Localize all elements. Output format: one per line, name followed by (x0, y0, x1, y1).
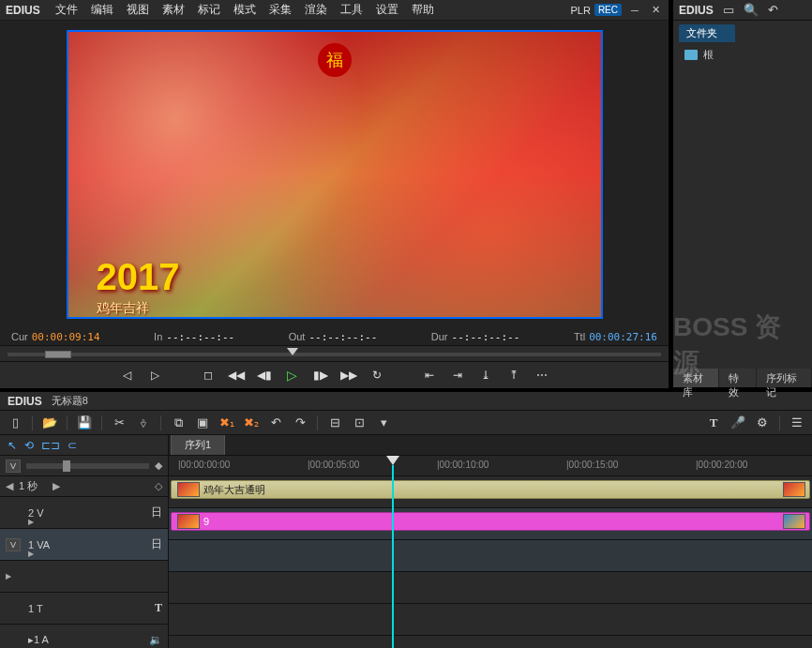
tool-link-icon[interactable]: ⊡ (350, 414, 368, 432)
bin-tree[interactable]: 根 (673, 42, 812, 369)
tc-ttl-value[interactable]: 00:00:27:16 (589, 331, 657, 343)
tool-copy-icon[interactable]: ⧉ (169, 414, 188, 432)
tool-paste-icon[interactable]: ▣ (193, 414, 212, 432)
zoom-right-icon[interactable]: ▶ (53, 480, 60, 492)
tool-undo-icon[interactable]: ↶ (266, 414, 285, 432)
expand-icon[interactable]: ▶ (6, 572, 11, 580)
stop-icon[interactable]: ◻ (199, 366, 218, 384)
clip-video[interactable]: 鸡年大吉通明 (171, 480, 810, 499)
tool-magnet-icon[interactable]: ⊂ (68, 439, 77, 452)
scale-slider[interactable] (26, 463, 149, 469)
track-lane-2a[interactable] (169, 636, 812, 648)
tc-in-value[interactable]: --:--:--:-- (166, 331, 234, 343)
tool-open-icon[interactable]: 📂 (40, 414, 59, 432)
tc-cur-value[interactable]: 00:00:09:14 (32, 331, 100, 343)
mode-rec[interactable]: REC (594, 4, 622, 16)
tool-snap-icon[interactable]: ⊏⊐ (41, 439, 60, 452)
step-back-icon[interactable]: ◀▮ (255, 366, 274, 384)
scrub-bar[interactable] (0, 345, 669, 362)
tc-dur-value[interactable]: --:--:--:-- (452, 331, 520, 343)
folder-icon[interactable]: ▭ (723, 3, 734, 17)
menu-file[interactable]: 文件 (50, 0, 83, 20)
expand-icon[interactable]: ▶ (28, 518, 34, 526)
tool-title-icon[interactable]: T (704, 414, 723, 432)
zoom-left-icon[interactable]: ◀ (6, 480, 13, 492)
menu-clip[interactable]: 素材 (157, 0, 190, 20)
set-out-icon[interactable]: ▷ (146, 366, 165, 384)
tab-seq-marker[interactable]: 序列标记 (757, 369, 812, 387)
tool-export-icon[interactable]: ☰ (788, 414, 806, 432)
overwrite-icon[interactable]: ⤒ (504, 366, 523, 384)
tool-delete-marker-icon[interactable]: ✖₁ (218, 414, 236, 432)
scale-toggle-v[interactable]: V (6, 460, 21, 473)
track-header-1t[interactable]: 1 T T (0, 593, 168, 625)
menu-capture[interactable]: 采集 (263, 0, 297, 20)
tool-cut-icon[interactable]: ✂ (110, 414, 128, 432)
tool-render-icon[interactable]: ⚙ (753, 414, 772, 432)
track-patch-icon[interactable]: 日 (151, 505, 162, 520)
bin-root-item[interactable]: 根 (681, 46, 804, 64)
track-header-1a[interactable]: ▸1 A 🔉 (0, 625, 168, 648)
scale-diamond-icon[interactable]: ◆ (155, 460, 162, 472)
menu-settings[interactable]: 设置 (370, 0, 404, 20)
prev-edit-icon[interactable]: ⇤ (420, 366, 439, 384)
clip-va[interactable]: 9 (171, 512, 810, 531)
track-lane-1va-audio[interactable] (169, 540, 812, 572)
expand-icon[interactable]: ▶ (28, 550, 34, 558)
preview-video-frame[interactable]: 福 2017 鸡年吉祥 (67, 30, 603, 319)
tab-effects[interactable]: 特效 (719, 369, 757, 387)
scrub-playhead-icon[interactable] (287, 348, 298, 355)
scale-slider-knob[interactable] (63, 460, 70, 472)
tool-delete-range-icon[interactable]: ✖₂ (242, 414, 261, 432)
zoom-diamond-icon[interactable]: ◇ (155, 480, 162, 492)
tool-save-icon[interactable]: 💾 (75, 414, 94, 432)
extra-icon[interactable]: ⋯ (533, 366, 551, 384)
tool-link-mode-icon[interactable]: ⟲ (24, 439, 34, 452)
track-lane-2v[interactable]: 鸡年大吉通明 (169, 476, 812, 508)
menu-mode[interactable]: 模式 (228, 0, 262, 20)
tool-marker-icon[interactable]: ▾ (374, 414, 393, 432)
close-icon[interactable]: ✕ (648, 3, 663, 18)
tool-cursor-icon[interactable]: ↖ (8, 439, 17, 452)
next-edit-icon[interactable]: ⇥ (448, 366, 467, 384)
tool-voiceover-icon[interactable]: 🎤 (729, 414, 747, 432)
menu-help[interactable]: 帮助 (406, 0, 440, 20)
playhead-handle-icon[interactable] (386, 456, 399, 465)
loop-icon[interactable]: ↻ (368, 366, 386, 384)
rewind-icon[interactable]: ◀◀ (227, 366, 246, 384)
insert-icon[interactable]: ⤓ (476, 366, 495, 384)
search-icon[interactable]: 🔍 (744, 3, 759, 17)
track-patch-icon[interactable]: 日 (151, 536, 162, 552)
menu-tools[interactable]: 工具 (335, 0, 368, 20)
tab-library[interactable]: 素材库 (673, 369, 719, 387)
folder-tab[interactable]: 文件夹 (679, 24, 735, 42)
tool-redo-icon[interactable]: ↷ (291, 414, 309, 432)
sequence-tab[interactable]: 序列1 (171, 435, 225, 455)
track-header-1va[interactable]: V 1 VA 日 ▶ (0, 529, 168, 561)
menu-marker[interactable]: 标记 (192, 0, 226, 20)
step-fwd-icon[interactable]: ▮▶ (311, 366, 330, 384)
speaker-icon[interactable]: 🔉 (149, 634, 162, 646)
timeline-ruler[interactable]: |00:00:00:00|00:00:05:00|00:00:10:00|00:… (169, 456, 812, 476)
zoom-label[interactable]: 1 秒 (19, 479, 47, 493)
track-header-1va-sub[interactable]: ▶ (0, 561, 168, 593)
title-track-icon[interactable]: T (155, 601, 162, 615)
tc-out-value[interactable]: --:--:--:-- (308, 331, 377, 343)
fast-fwd-icon[interactable]: ▶▶ (339, 366, 358, 384)
undo-icon[interactable]: ↶ (768, 3, 778, 17)
tool-ripple-icon[interactable]: ⎀ (134, 414, 153, 432)
minimize-icon[interactable]: ─ (627, 3, 642, 18)
menu-render[interactable]: 渲染 (299, 0, 333, 20)
track-lane-1t[interactable] (169, 572, 812, 604)
tool-new-icon[interactable]: ▯ (6, 414, 24, 432)
track-header-2v[interactable]: 2 V 日 ▶ (0, 497, 168, 529)
tool-group-icon[interactable]: ⊟ (325, 414, 344, 432)
play-icon[interactable]: ▷ (283, 366, 302, 384)
set-in-icon[interactable]: ◁ (118, 366, 137, 384)
track-lane-1a[interactable] (169, 604, 812, 636)
track-mute-v[interactable]: V (6, 538, 21, 551)
scrub-range-block[interactable] (45, 351, 71, 358)
menu-view[interactable]: 视图 (121, 0, 155, 20)
mode-plr[interactable]: PLR (570, 5, 590, 16)
menu-edit[interactable]: 编辑 (85, 0, 119, 20)
